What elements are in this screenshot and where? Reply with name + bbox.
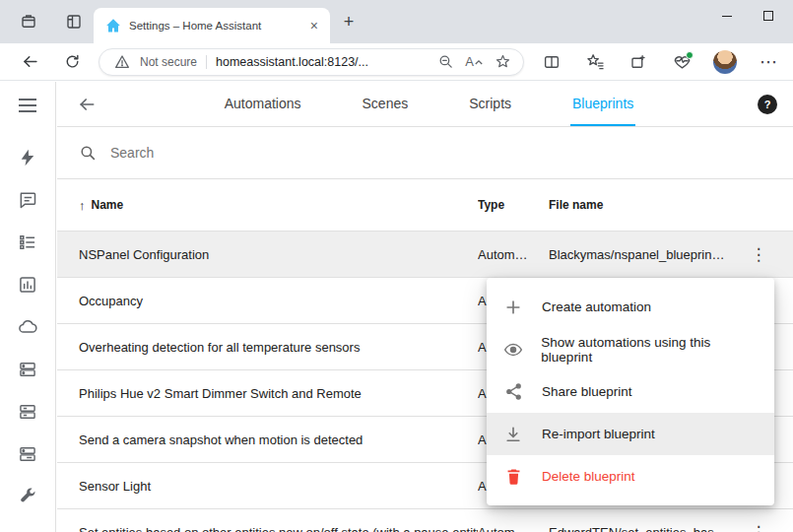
energy-icon[interactable] — [16, 146, 39, 169]
server-rack-icon-3[interactable] — [16, 442, 39, 466]
row-overflow-menu-icon[interactable]: ⋮ — [751, 524, 767, 532]
favorites-icon[interactable] — [573, 46, 617, 78]
todo-list-icon[interactable] — [16, 231, 39, 254]
row-name: Philips Hue v2 Smart Dimmer Switch and R… — [57, 386, 478, 401]
share-icon — [502, 381, 524, 403]
server-rack-icon-1[interactable] — [16, 358, 39, 381]
menu-item-reimport-blueprint[interactable]: Re-import blueprint — [487, 413, 774, 455]
eye-icon — [502, 339, 523, 361]
url-text[interactable]: homeassistant.local:8123/... — [216, 55, 428, 69]
trash-icon — [502, 466, 524, 488]
address-divider — [206, 55, 207, 69]
browser-navbar: Not secure homeassistant.local:8123/... … — [0, 43, 793, 81]
import-download-icon — [502, 424, 524, 445]
tab-close-icon[interactable]: × — [308, 18, 320, 33]
essentials-green-badge — [686, 51, 694, 59]
security-label[interactable]: Not secure — [140, 55, 197, 69]
vertical-tabs-icon[interactable] — [59, 7, 89, 36]
row-name: Send a camera snapshot when motion is de… — [57, 432, 478, 447]
address-bar[interactable]: Not secure homeassistant.local:8123/... … — [99, 48, 524, 76]
menu-item-share-blueprint[interactable]: Share blueprint — [487, 370, 774, 413]
collections-icon[interactable] — [617, 46, 660, 78]
back-button[interactable] — [14, 47, 45, 77]
server-rack-icon-2[interactable] — [16, 400, 39, 424]
menu-item-label: Create automation — [542, 299, 651, 314]
window-controls — [706, 0, 789, 32]
row-type: Autom… — [478, 247, 549, 262]
assist-icon[interactable] — [16, 188, 39, 212]
menu-item-show-automations[interactable]: Show automations using this blueprint — [487, 328, 774, 370]
ha-sidebar — [0, 82, 56, 532]
menu-item-label: Delete blueprint — [542, 469, 635, 484]
tab-scenes[interactable]: Scenes — [361, 82, 411, 126]
row-file: EdwardTEN/set_entities_bas… — [549, 525, 726, 532]
menu-item-label: Show automations using this blueprint — [541, 335, 759, 365]
maximize-button[interactable] — [748, 0, 789, 32]
profile-avatar[interactable] — [703, 46, 747, 78]
home-assistant-favicon — [105, 18, 121, 33]
row-type: Autom… — [478, 525, 549, 532]
row-name: Overheating detection for all temperatur… — [57, 340, 478, 355]
ha-back-arrow-icon[interactable] — [73, 91, 100, 118]
minimize-button[interactable] — [706, 0, 748, 32]
not-secure-warning-icon[interactable] — [111, 51, 133, 73]
search-placeholder: Search — [110, 145, 154, 161]
table-row[interactable]: NSPanel Configuration Autom… Blackymas/n… — [57, 232, 793, 278]
menu-item-create-automation[interactable]: Create automation — [487, 286, 774, 328]
table-row[interactable]: Set entities based on other entities new… — [57, 509, 793, 532]
row-overflow-menu-icon[interactable]: ⋮ — [751, 246, 767, 263]
refresh-button[interactable] — [56, 47, 88, 77]
ha-appbar: Automations Scenes Scripts Blueprints ? — [57, 82, 793, 127]
search-bar[interactable]: Search — [57, 127, 793, 179]
tab-blueprints[interactable]: Blueprints — [570, 82, 635, 126]
browser-window: Settings – Home Assistant × + — [0, 0, 793, 532]
table-header: ↑ Name Type File name — [57, 179, 793, 232]
home-assistant-page: Automations Scenes Scripts Blueprints ? … — [0, 82, 793, 532]
workspaces-icon[interactable] — [14, 7, 43, 36]
row-file: Blackymas/nspanel_blueprin… — [549, 247, 726, 262]
read-aloud-icon[interactable]: A — [463, 51, 485, 73]
tab-scripts[interactable]: Scripts — [467, 82, 513, 126]
column-header-file[interactable]: File name — [549, 198, 726, 212]
zoom-out-icon[interactable] — [434, 51, 456, 73]
row-name: NSPanel Configuration — [57, 247, 478, 262]
row-name: Set entities based on other entities new… — [57, 525, 478, 532]
history-chart-icon[interactable] — [16, 273, 39, 297]
search-icon — [79, 144, 97, 162]
row-name: Sensor Light — [57, 479, 478, 494]
split-screen-icon[interactable] — [530, 46, 573, 78]
titlebar-left-icons — [14, 7, 89, 36]
menu-item-delete-blueprint[interactable]: Delete blueprint — [487, 455, 774, 498]
browser-settings-menu-icon[interactable]: ⋯ — [747, 46, 790, 78]
browser-tab[interactable]: Settings – Home Assistant × — [94, 8, 330, 43]
column-header-type[interactable]: Type — [478, 198, 549, 212]
menu-item-label: Re-import blueprint — [542, 427, 655, 441]
avatar-image — [713, 50, 737, 74]
browser-titlebar: Settings – Home Assistant × + — [0, 0, 793, 43]
browser-essentials-icon[interactable] — [660, 46, 703, 78]
help-icon[interactable]: ? — [758, 95, 777, 114]
row-name: Occupancy — [57, 294, 478, 308]
cloud-icon[interactable] — [16, 315, 39, 339]
tab-automations[interactable]: Automations — [223, 82, 303, 126]
sidebar-menu-icon[interactable] — [16, 94, 39, 117]
blueprint-context-menu: Create automation Show automations using… — [487, 278, 774, 505]
add-favorite-star-icon[interactable] — [492, 51, 513, 73]
plus-icon — [502, 297, 524, 318]
tab-title: Settings – Home Assistant — [129, 20, 300, 32]
menu-item-label: Share blueprint — [542, 384, 632, 399]
sort-ascending-icon: ↑ — [79, 198, 86, 213]
tools-wrench-icon[interactable] — [16, 485, 39, 508]
navbar-right-icons: ⋯ — [530, 46, 790, 78]
new-tab-button[interactable]: + — [337, 10, 361, 33]
ha-tab-bar: Automations Scenes Scripts Blueprints — [100, 82, 758, 126]
column-header-name[interactable]: ↑ Name — [57, 198, 478, 213]
